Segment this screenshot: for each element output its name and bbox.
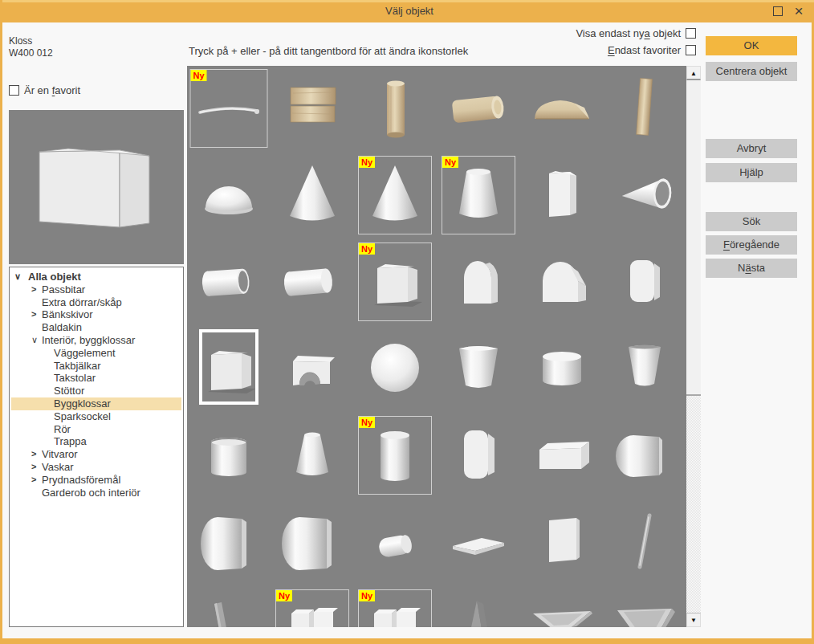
object-thumbnail-frustumWide[interactable]: Ny [437, 153, 520, 239]
object-thumbnail-roundBlock[interactable] [603, 239, 686, 326]
tree-item-passbitar[interactable]: >Passbitar [11, 283, 181, 296]
logH-shape-icon [437, 66, 520, 153]
object-thumbnail-cylShort[interactable] [187, 413, 271, 499]
scrollbar-thumb[interactable] [686, 80, 701, 396]
object-thumbnail-rodDiag[interactable] [603, 499, 686, 586]
object-thumbnail-tube[interactable] [187, 239, 271, 326]
object-thumbnail-bridge[interactable] [271, 326, 354, 413]
object-thumbnail-cube-selected[interactable] [187, 326, 271, 413]
object-thumbnail-coneSide[interactable] [603, 153, 686, 239]
tree-item-byggklossar[interactable]: Byggklossar [11, 397, 181, 410]
coneSide-shape-icon [603, 153, 686, 239]
filter-new-objects-checkbox[interactable] [686, 28, 696, 39]
chevron-right-icon[interactable]: > [31, 308, 36, 321]
tree-item-bankskivor[interactable]: >Bänkskivor [11, 308, 181, 321]
filter-favorites-checkbox[interactable] [686, 45, 696, 55]
chevron-right-icon[interactable]: > [31, 461, 36, 474]
tree-item-extra-dorrar-skap[interactable]: Extra dörrar/skåp [11, 296, 181, 309]
object-thumbnail-cone[interactable]: Ny [353, 153, 437, 239]
object-thumbnail-stackBlocks[interactable]: Ny [271, 586, 354, 627]
tree-item-vaskar[interactable]: >Vaskar [11, 461, 181, 474]
item-frame: Ny [358, 243, 432, 321]
is-favorite-row: Är en favorit [9, 84, 80, 96]
object-thumbnail-cylTall[interactable]: Ny [353, 413, 437, 499]
tree-item-trappa[interactable]: Trappa [11, 435, 181, 448]
object-thumbnail-panel[interactable] [520, 499, 604, 586]
object-thumbnail-dome[interactable] [187, 153, 271, 239]
title-bar[interactable]: Välj objekt × [2, 0, 814, 22]
help-button[interactable]: Hjälp [706, 163, 797, 182]
object-thumbnail-cube[interactable]: Ny [353, 239, 437, 326]
grid-scrollbar[interactable]: ▲ ▼ [686, 66, 701, 627]
scroll-up-icon[interactable]: ▲ [686, 66, 701, 80]
scroll-down-icon[interactable]: ▼ [686, 613, 701, 627]
object-thumbnail-cylSmallH[interactable] [353, 499, 437, 586]
close-icon[interactable]: × [791, 2, 807, 21]
tree-item-prydnadsforemal[interactable]: >Prydnadsföremål [11, 474, 181, 487]
tree-item-vaggelement[interactable]: Väggelement [11, 347, 181, 360]
object-thumbnail-boxLong[interactable] [520, 413, 604, 499]
filter-new-objects-label: Visa endast nya objekt [576, 27, 681, 39]
tree-item-alla-objekt[interactable]: ∨Alla objekt [11, 271, 181, 283]
chevron-right-icon[interactable]: > [31, 283, 36, 296]
funnel-shape-icon [603, 586, 686, 627]
object-thumbnail-halfLog[interactable] [520, 66, 604, 153]
tree-item-takbjalkar[interactable]: Takbjälkar [11, 360, 181, 373]
tree-item-takstolar[interactable]: Takstolar [11, 372, 181, 385]
tree-item-interior-byggklossar[interactable]: ∨Interiör, byggklossar [11, 334, 181, 347]
tree-item-sparksockel[interactable]: Sparksockel [11, 410, 181, 423]
new-badge: Ny [359, 157, 375, 168]
object-thumbnail-curveRod[interactable]: Ny [187, 66, 271, 153]
object-thumbnail-logH[interactable] [437, 66, 520, 153]
object-thumbnail-archWide[interactable] [520, 239, 604, 326]
chevron-right-icon[interactable]: > [31, 474, 36, 487]
scrollbar-track[interactable] [686, 396, 701, 613]
tree-item-label: Vitvaror [11, 448, 78, 460]
object-thumbnail-leanPlank[interactable] [187, 586, 271, 627]
tree-item-vitvaror[interactable]: >Vitvaror [11, 448, 181, 461]
tree-item-baldakin[interactable]: Baldakin [11, 321, 181, 334]
is-favorite-checkbox[interactable] [9, 85, 19, 96]
object-thumbnail-logV[interactable] [353, 66, 437, 153]
object-thumbnail-plankV[interactable] [603, 66, 686, 153]
chevron-down-icon[interactable]: ∨ [14, 271, 21, 283]
tree-item-label: Takbjälkar [11, 360, 101, 372]
object-thumbnail-stackBlocks[interactable]: Ny [353, 586, 437, 627]
plankV-shape-icon [603, 66, 686, 153]
object-thumbnail-cone[interactable] [271, 153, 354, 239]
tree-item-label: Bänkskivor [11, 308, 93, 320]
center-object-button[interactable]: Centrera objekt [706, 62, 797, 81]
drum-shape-icon [520, 326, 604, 413]
cancel-button[interactable]: Avbryt [706, 139, 797, 158]
tree-item-label: Stöttor [11, 385, 84, 397]
tree-item-garderob-och-interior[interactable]: Garderob och interiör [11, 487, 181, 499]
search-button[interactable]: Sök [706, 212, 797, 231]
chevron-right-icon[interactable]: > [31, 448, 36, 461]
bucketNarrow-shape-icon [603, 326, 686, 413]
ok-button[interactable]: OK [706, 36, 797, 55]
object-thumbnail-planks[interactable] [271, 66, 354, 153]
object-thumbnail-funnel[interactable] [603, 586, 686, 627]
object-thumbnail-cylH[interactable] [271, 239, 354, 326]
object-thumbnail-flatSlab[interactable] [437, 499, 520, 586]
object-thumbnail-sphere[interactable] [353, 326, 437, 413]
object-thumbnail-bucketNarrow[interactable] [603, 326, 686, 413]
object-thumbnail-slab[interactable] [520, 153, 604, 239]
object-thumbnail-roundBlockV[interactable] [603, 413, 686, 499]
tree-item-ror[interactable]: Rör [11, 423, 181, 436]
object-thumbnail-bowlFlat[interactable] [520, 586, 604, 627]
object-thumbnail-frustum[interactable] [271, 413, 354, 499]
maximize-icon[interactable] [773, 6, 783, 16]
object-thumbnail-tallRound[interactable] [187, 499, 271, 586]
tree-item-stottor[interactable]: Stöttor [11, 385, 181, 397]
object-thumbnail-bucketWide[interactable] [437, 326, 520, 413]
previous-button[interactable]: Föregående [706, 235, 797, 255]
object-thumbnail-roundSlabTall[interactable] [437, 413, 520, 499]
object-thumbnail-drum[interactable] [520, 326, 604, 413]
tree-item-label: Extra dörrar/skåp [11, 296, 122, 308]
object-thumbnail-archNarrow[interactable] [437, 239, 520, 326]
object-thumbnail-wedge[interactable] [437, 586, 520, 627]
chevron-down-icon[interactable]: ∨ [31, 334, 38, 347]
next-button[interactable]: Nästa [706, 259, 797, 278]
object-thumbnail-tallRound2[interactable] [271, 499, 354, 586]
